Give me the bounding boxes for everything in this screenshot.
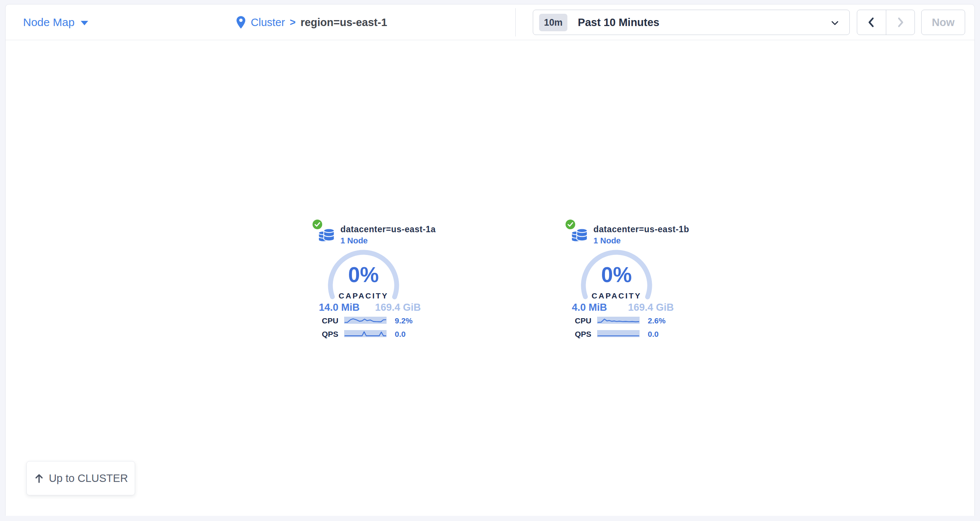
cpu-label: CPU xyxy=(322,316,338,325)
qps-sparkline xyxy=(597,330,640,337)
storage-row: 4.0 MiB 169.4 GiB xyxy=(572,302,674,313)
capacity-label: CAPACITY xyxy=(326,292,401,300)
storage-used: 14.0 MiB xyxy=(319,302,360,313)
qps-value: 0.0 xyxy=(395,330,406,339)
map-canvas: datacenter=us-east-1a 1 Node 0% CAPACITY… xyxy=(6,40,974,516)
arrow-up-icon xyxy=(33,473,45,484)
cpu-value: 9.2% xyxy=(395,316,413,325)
qps-metric-row: QPS 0.0 xyxy=(565,330,703,338)
breadcrumb-current: region=us-east-1 xyxy=(301,16,387,29)
storage-total: 169.4 GiB xyxy=(375,302,421,313)
datacenter-item-us-east-1a[interactable]: datacenter=us-east-1a 1 Node 0% CAPACITY… xyxy=(312,218,450,343)
storage-row: 14.0 MiB 169.4 GiB xyxy=(319,302,421,313)
capacity-percent: 0% xyxy=(579,262,654,287)
storage-total: 169.4 GiB xyxy=(628,302,674,313)
chevron-right-icon xyxy=(894,16,906,28)
datacenter-item-us-east-1b[interactable]: datacenter=us-east-1b 1 Node 0% CAPACITY… xyxy=(565,218,703,343)
caret-down-icon xyxy=(81,21,88,25)
qps-label: QPS xyxy=(575,330,591,339)
chevron-down-icon xyxy=(829,18,840,29)
capacity-label: CAPACITY xyxy=(579,292,654,300)
time-window-dropdown[interactable]: 10m Past 10 Minutes xyxy=(533,10,850,35)
cpu-metric-row: CPU 2.6% xyxy=(565,316,703,325)
prev-interval-button[interactable] xyxy=(857,10,886,35)
view-selector-label: Node Map xyxy=(23,16,75,29)
location-pin-icon xyxy=(236,16,246,29)
breadcrumb-separator: > xyxy=(290,17,296,28)
view-selector-dropdown[interactable]: Node Map xyxy=(23,5,88,40)
now-button[interactable]: Now xyxy=(921,10,965,35)
next-interval-button[interactable] xyxy=(886,10,915,35)
database-stack-icon xyxy=(570,225,589,243)
time-window-label: Past 10 Minutes xyxy=(578,16,659,29)
qps-metric-row: QPS 0.0 xyxy=(312,330,450,338)
chevron-left-icon xyxy=(865,16,877,28)
node-map-panel: Node Map Cluster > region=us-east-1 10m … xyxy=(5,4,975,516)
qps-label: QPS xyxy=(322,330,338,339)
cpu-metric-row: CPU 9.2% xyxy=(312,316,450,325)
storage-used: 4.0 MiB xyxy=(572,302,607,313)
cpu-sparkline xyxy=(344,317,387,324)
cpu-label: CPU xyxy=(575,316,591,325)
cpu-sparkline xyxy=(597,317,640,324)
datacenter-node-count: 1 Node xyxy=(593,236,620,245)
qps-sparkline xyxy=(344,330,387,337)
up-to-cluster-button[interactable]: Up to CLUSTER xyxy=(26,461,135,496)
database-stack-icon xyxy=(317,225,336,243)
capacity-percent: 0% xyxy=(326,262,401,287)
time-window-badge: 10m xyxy=(539,14,567,31)
cpu-value: 2.6% xyxy=(648,316,666,325)
datacenter-title: datacenter=us-east-1b xyxy=(593,225,689,234)
time-nav-group xyxy=(857,10,915,35)
breadcrumb: Cluster > region=us-east-1 xyxy=(236,5,387,40)
qps-value: 0.0 xyxy=(648,330,659,339)
up-to-cluster-label: Up to CLUSTER xyxy=(49,472,128,484)
breadcrumb-cluster-link[interactable]: Cluster xyxy=(251,16,285,29)
datacenter-title: datacenter=us-east-1a xyxy=(340,225,436,234)
header-bar: Node Map Cluster > region=us-east-1 10m … xyxy=(6,5,974,40)
datacenter-node-count: 1 Node xyxy=(340,236,368,245)
